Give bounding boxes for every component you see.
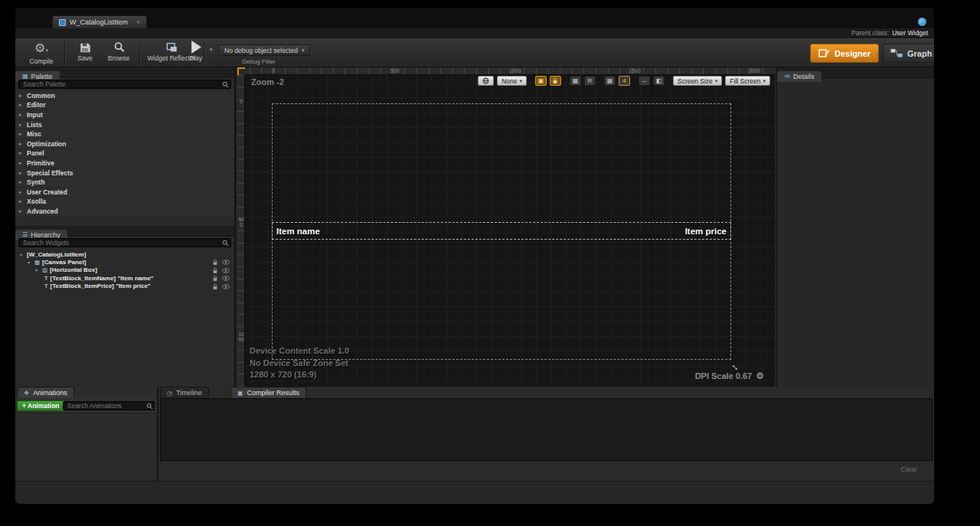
visibility-eye-icon[interactable] xyxy=(222,260,230,265)
clear-button[interactable]: Clear xyxy=(900,466,917,473)
visibility-eye-icon[interactable] xyxy=(222,268,230,273)
expander-icon[interactable]: ▸ xyxy=(19,131,24,137)
palette-category-user-created[interactable]: ▸User Created xyxy=(15,188,234,198)
lock-widgets-toggle-button[interactable] xyxy=(550,76,561,86)
play-button[interactable]: Play xyxy=(179,41,213,62)
expander-icon[interactable]: ▸ xyxy=(19,208,24,214)
expander-icon[interactable]: ▸ xyxy=(19,160,24,166)
layout-grid-toggle-button[interactable]: ▦ xyxy=(604,76,616,86)
save-button[interactable]: Save xyxy=(69,41,101,62)
palette-category-primitive[interactable]: ▸Primitive xyxy=(15,158,234,168)
palette-search-input[interactable] xyxy=(18,80,231,89)
expander-icon[interactable]: ▸ xyxy=(19,141,24,147)
details-icon: ≔ xyxy=(784,74,790,80)
expander-icon[interactable]: ▸ xyxy=(19,102,24,108)
expander-icon[interactable]: ▸ xyxy=(19,112,24,118)
dpi-settings-gear-icon[interactable]: ⚙ xyxy=(756,371,764,381)
localization-preview-button[interactable] xyxy=(478,76,494,86)
add-animation-button[interactable]: + Animation xyxy=(17,400,65,411)
window-footer xyxy=(15,481,934,504)
palette-category-lists[interactable]: ▸Lists xyxy=(15,120,234,130)
grid-snap-size-button[interactable]: 4 xyxy=(619,76,630,86)
designer-viewport[interactable]: 0 500 1000 1500 2000 0 500 1000 Zoom -2 … xyxy=(237,67,775,387)
item-price-text-widget[interactable]: Item price xyxy=(685,227,727,236)
lock-icon[interactable] xyxy=(212,283,218,290)
animations-tab[interactable]: ❖ Animations xyxy=(17,387,74,398)
palette-category-panel[interactable]: ▸Panel xyxy=(15,149,234,159)
compiler-results-output[interactable] xyxy=(160,398,933,461)
localization-none-dropdown[interactable]: None ▾ xyxy=(497,76,527,86)
hierarchy-row-root[interactable]: ▾ [W_CatalogListItem] xyxy=(15,250,234,258)
browse-button[interactable]: Browse xyxy=(101,41,136,62)
hierarchy-row-textblock-itemname[interactable]: T [TextBlock_ItemName] "Item name" xyxy=(15,274,234,282)
palette-category-common[interactable]: ▸Common xyxy=(15,91,234,101)
lock-icon[interactable] xyxy=(212,267,218,274)
expander-icon[interactable]: ▸ xyxy=(19,93,24,99)
expander-icon[interactable]: ▸ xyxy=(19,150,24,156)
details-panel: ≔ Details xyxy=(776,67,934,387)
item-name-text-widget[interactable]: Item name xyxy=(276,227,320,236)
expander-icon[interactable]: ▸ xyxy=(19,170,24,176)
compiler-results-icon: ▣ xyxy=(237,390,243,397)
resize-mode-button[interactable]: ↔ xyxy=(639,76,650,86)
expander-icon[interactable]: ▾ xyxy=(20,252,24,257)
animations-search-input[interactable] xyxy=(63,401,155,410)
main-toolbar: ⚙▾ Compile Save Browse Widget Reflector … xyxy=(15,38,934,67)
palette-category-input[interactable]: ▸Input xyxy=(15,110,234,120)
palette-header: ▦ Palette xyxy=(15,67,234,78)
ruler-vertical: 0 500 1000 xyxy=(237,75,245,387)
play-options-chevron-icon[interactable]: ▾ xyxy=(210,47,213,53)
play-icon xyxy=(191,41,202,54)
fill-screen-dropdown[interactable]: Fill Screen ▾ xyxy=(725,76,770,86)
timeline-tab[interactable]: ◷ Timeline xyxy=(160,387,209,398)
rotation-toggle-button[interactable]: R xyxy=(584,76,596,86)
ruler-label: 1000 xyxy=(238,332,244,342)
horizontal-box-widget[interactable]: Item name Item price xyxy=(272,222,731,240)
grid-snap-toggle-button[interactable]: ▦ xyxy=(570,76,581,86)
palette-category-editor[interactable]: ▸Editor xyxy=(15,101,234,111)
expander-icon[interactable]: ▸ xyxy=(19,179,24,185)
expander-icon[interactable]: ▸ xyxy=(19,122,24,128)
screen-size-dropdown[interactable]: Screen Size ▾ xyxy=(673,76,722,86)
visibility-eye-icon[interactable] xyxy=(222,284,230,289)
timeline-tab-label: Timeline xyxy=(176,389,202,397)
palette-category-xsolla[interactable]: ▸Xsolla xyxy=(15,198,234,207)
palette-category-optimization[interactable]: ▸Optimization xyxy=(15,139,234,149)
hierarchy-row-textblock-itemprice[interactable]: T [TextBlock_ItemPrice] "Item price" xyxy=(15,283,234,290)
designer-controls: None ▾ ▣ ▦ R ▦ 4 ↔ ◧ Screen Size ▾ Fill xyxy=(478,76,770,86)
designer-mode-button[interactable]: Designer xyxy=(810,44,879,63)
palette-category-misc[interactable]: ▸Misc xyxy=(15,129,234,139)
hierarchy-row-horizontal-box[interactable]: ▾ ▥ [Horizontal Box] xyxy=(15,266,234,274)
outline-toggle-button[interactable]: ▣ xyxy=(535,76,547,86)
palette-category-special-effects[interactable]: ▸Special Effects xyxy=(15,168,234,178)
palette-category-advanced[interactable]: ▸Advanced xyxy=(15,207,234,217)
hierarchy-item-label: [W_CatalogListItem] xyxy=(27,251,86,258)
expander-icon[interactable]: ▾ xyxy=(28,260,32,265)
hierarchy-tree: ▾ [W_CatalogListItem] ▾ ▦ [Canvas Panel]… xyxy=(15,250,234,290)
compiler-results-tab[interactable]: ▣ Compiler Results xyxy=(230,387,306,398)
debug-object-dropdown[interactable]: No debug object selected ▾ xyxy=(218,44,310,56)
hierarchy-row-canvas-panel[interactable]: ▾ ▦ [Canvas Panel] xyxy=(15,258,234,266)
lock-icon[interactable] xyxy=(212,259,218,266)
ruler-label: 0 xyxy=(272,68,275,74)
asset-tab[interactable]: W_CatalogListItem × xyxy=(52,15,147,28)
lock-icon[interactable] xyxy=(212,275,218,282)
chevron-down-icon: ▾ xyxy=(715,78,718,84)
expander-icon[interactable]: ▾ xyxy=(35,267,40,273)
viewport-info: Device Content Scale 1.0 No Device Safe … xyxy=(250,345,349,381)
zoom-level-label: Zoom -2 xyxy=(251,77,284,87)
graph-mode-button[interactable]: Graph xyxy=(883,44,934,63)
compile-button[interactable]: ⚙▾ Compile xyxy=(21,41,61,65)
flip-preview-button[interactable]: ◧ xyxy=(653,76,665,86)
browse-icon xyxy=(113,41,126,54)
tab-close-icon[interactable]: × xyxy=(136,19,140,26)
palette-category-synth[interactable]: ▸Synth xyxy=(15,178,234,188)
hierarchy-search-input[interactable] xyxy=(18,238,231,247)
expander-icon[interactable]: ▸ xyxy=(19,189,24,195)
compile-label: Compile xyxy=(29,57,53,65)
details-tab[interactable]: ≔ Details xyxy=(777,71,822,82)
safe-zone-label: No Device Safe Zone Set xyxy=(250,358,349,370)
visibility-eye-icon[interactable] xyxy=(222,276,230,281)
expander-icon[interactable]: ▸ xyxy=(19,198,24,204)
parent-class-label: Parent class: xyxy=(851,29,889,37)
